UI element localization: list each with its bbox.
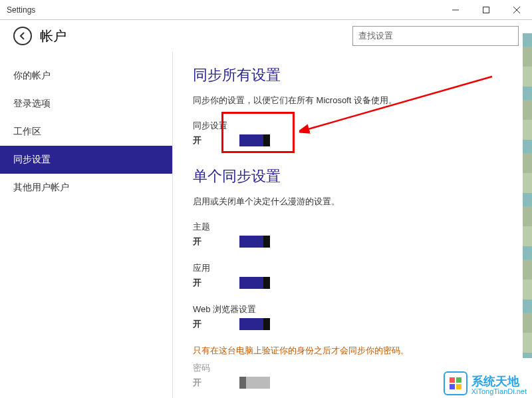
master-toggle-state: 开 xyxy=(193,134,206,146)
section-sync-all-title: 同步所有设置 xyxy=(193,65,512,85)
sidebar-item-signin-options[interactable]: 登录选项 xyxy=(0,90,172,118)
theme-toggle-state: 开 xyxy=(193,236,206,248)
svg-rect-8 xyxy=(456,384,462,389)
apps-toggle-group: 应用 开 xyxy=(193,262,512,289)
svg-rect-7 xyxy=(450,384,455,389)
sidebar: 你的帐户 登录选项 工作区 同步设置 其他用户帐户 xyxy=(0,52,173,398)
apps-toggle-state: 开 xyxy=(193,277,206,289)
master-toggle-switch[interactable] xyxy=(239,134,270,146)
web-toggle-state: 开 xyxy=(193,318,206,330)
sidebar-item-sync-settings[interactable]: 同步设置 xyxy=(0,146,172,174)
watermark: 系统天地 XiTongTianDi.net xyxy=(444,371,527,395)
svg-rect-5 xyxy=(450,377,455,383)
web-toggle-group: Web 浏览器设置 开 xyxy=(193,303,512,330)
sidebar-item-work-access[interactable]: 工作区 xyxy=(0,118,172,146)
sidebar-item-other-users[interactable]: 其他用户帐户 xyxy=(0,174,172,202)
main-content: 同步所有设置 同步你的设置，以便它们在所有 Microsoft 设备使用。 同步… xyxy=(173,52,532,398)
right-edge-decoration xyxy=(523,33,532,358)
close-button[interactable] xyxy=(501,0,532,20)
section-individual-desc: 启用或关闭单个决定什么漫游的设置。 xyxy=(193,196,512,208)
titlebar: Settings xyxy=(0,0,532,20)
back-button[interactable] xyxy=(13,27,32,45)
section-individual-title: 单个同步设置 xyxy=(193,166,512,186)
apps-toggle-switch[interactable] xyxy=(239,277,270,289)
section-sync-all-desc: 同步你的设置，以便它们在所有 Microsoft 设备使用。 xyxy=(193,95,512,106)
theme-toggle-switch[interactable] xyxy=(239,236,270,248)
page-title: 帐户 xyxy=(40,27,66,45)
sidebar-item-your-account[interactable]: 你的帐户 xyxy=(0,62,172,90)
password-sync-warning: 只有在这台电脑上验证你的身份之后才会同步你的密码。 xyxy=(193,345,512,357)
watermark-text: 系统天地 xyxy=(471,375,527,387)
web-toggle-label: Web 浏览器设置 xyxy=(193,303,512,315)
search-placeholder: 查找设置 xyxy=(358,30,393,42)
master-sync-toggle-group: 同步设置 开 xyxy=(193,120,512,146)
theme-toggle-group: 主题 开 xyxy=(193,221,512,248)
svg-rect-6 xyxy=(456,377,462,383)
search-input[interactable]: 查找设置 xyxy=(352,26,519,46)
watermark-logo-icon xyxy=(444,371,467,395)
password-toggle-switch xyxy=(239,377,270,389)
theme-toggle-label: 主题 xyxy=(193,221,512,233)
window-controls xyxy=(440,0,532,20)
web-toggle-switch[interactable] xyxy=(239,318,270,330)
window-title: Settings xyxy=(7,5,35,15)
svg-rect-1 xyxy=(483,7,489,13)
header: 帐户 查找设置 xyxy=(0,20,532,52)
apps-toggle-label: 应用 xyxy=(193,262,512,274)
minimize-button[interactable] xyxy=(440,0,471,20)
master-toggle-label: 同步设置 xyxy=(193,120,512,132)
watermark-sub: XiTongTianDi.net xyxy=(471,387,527,395)
password-toggle-state: 开 xyxy=(193,377,206,389)
maximize-button[interactable] xyxy=(471,0,501,20)
